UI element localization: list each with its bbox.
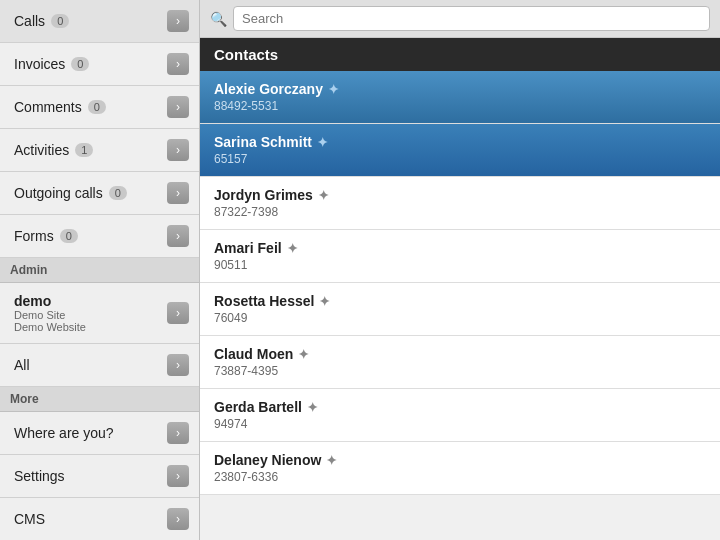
contact-phone: 90511 [214,258,706,272]
hash-icon: ✦ [287,241,298,256]
nav-item-arrow: › [167,465,189,487]
nav-item-badge: 0 [88,100,106,114]
contact-name: Alexie Gorczany ✦ [214,81,706,97]
contact-name: Claud Moen ✦ [214,346,706,362]
contact-phone: 87322-7398 [214,205,706,219]
hash-icon: ✦ [328,82,339,97]
admin-demo-item[interactable]: demo Demo Site Demo Website › [0,283,199,344]
content-area: 🔍 Contacts Alexie Gorczany ✦ 88492-5531 … [200,0,720,540]
nav-item-label: Outgoing calls [14,185,103,201]
more-section-header: More [0,387,199,412]
nav-item-arrow: › [167,139,189,161]
hash-icon: ✦ [307,400,318,415]
nav-item-label: Comments [14,99,82,115]
nav-item-label: Invoices [14,56,65,72]
nav-item-forms[interactable]: Forms 0 › [0,215,199,258]
nav-item-arrow: › [167,10,189,32]
nav-item-label: Calls [14,13,45,29]
contact-name: Delaney Nienow ✦ [214,452,706,468]
contact-item[interactable]: Amari Feil ✦ 90511 [200,230,720,283]
hash-icon: ✦ [317,135,328,150]
nav-item-label: Settings [14,468,65,484]
admin-item-sub1: Demo Site [14,309,86,321]
contact-item[interactable]: Rosetta Hessel ✦ 76049 [200,283,720,336]
contact-name: Amari Feil ✦ [214,240,706,256]
nav-item-badge: 0 [51,14,69,28]
hash-icon: ✦ [318,188,329,203]
contact-item[interactable]: Jordyn Grimes ✦ 87322-7398 [200,177,720,230]
nav-item-label: Activities [14,142,69,158]
nav-item-activities[interactable]: Activities 1 › [0,129,199,172]
search-icon: 🔍 [210,11,227,27]
nav-item-arrow: › [167,225,189,247]
nav-item-label: Forms [14,228,54,244]
contact-phone: 94974 [214,417,706,431]
contact-phone: 23807-6336 [214,470,706,484]
nav-item-label: Where are you? [14,425,114,441]
nav-item-arrow: › [167,422,189,444]
contact-name: Jordyn Grimes ✦ [214,187,706,203]
contact-item[interactable]: Delaney Nienow ✦ 23807-6336 [200,442,720,495]
contact-item[interactable]: Claud Moen ✦ 73887-4395 [200,336,720,389]
nav-item-label: CMS [14,511,45,527]
nav-item-where-are-you?[interactable]: Where are you? › [0,412,199,455]
nav-item-outgoing-calls[interactable]: Outgoing calls 0 › [0,172,199,215]
nav-item-badge: 0 [71,57,89,71]
nav-item-invoices[interactable]: Invoices 0 › [0,43,199,86]
contact-phone: 65157 [214,152,706,166]
contacts-header: Contacts [200,38,720,71]
contact-name: Rosetta Hessel ✦ [214,293,706,309]
all-label: All [14,357,30,373]
nav-item-comments[interactable]: Comments 0 › [0,86,199,129]
nav-item-settings[interactable]: Settings › [0,455,199,498]
contact-phone: 88492-5531 [214,99,706,113]
contact-name: Gerda Bartell ✦ [214,399,706,415]
nav-item-cms[interactable]: CMS › [0,498,199,540]
contact-phone: 73887-4395 [214,364,706,378]
nav-item-arrow: › [167,508,189,530]
nav-item-badge: 0 [109,186,127,200]
sidebar: Calls 0 › Invoices 0 › Comments 0 › Acti… [0,0,200,540]
contact-name: Sarina Schmitt ✦ [214,134,706,150]
contact-item[interactable]: Alexie Gorczany ✦ 88492-5531 [200,71,720,124]
search-bar: 🔍 [200,0,720,38]
nav-item-arrow: › [167,96,189,118]
contact-phone: 76049 [214,311,706,325]
nav-item-badge: 1 [75,143,93,157]
admin-item-title: demo [14,293,86,309]
more-list: Where are you? › Settings › CMS › [0,412,199,540]
admin-section-header: Admin [0,258,199,283]
admin-item-arrow: › [167,302,189,324]
all-arrow: › [167,354,189,376]
nav-item-all[interactable]: All › [0,344,199,387]
hash-icon: ✦ [319,294,330,309]
nav-item-badge: 0 [60,229,78,243]
contacts-list: Alexie Gorczany ✦ 88492-5531 Sarina Schm… [200,71,720,540]
admin-item-sub2: Demo Website [14,321,86,333]
hash-icon: ✦ [326,453,337,468]
contact-item[interactable]: Sarina Schmitt ✦ 65157 [200,124,720,177]
nav-item-arrow: › [167,182,189,204]
hash-icon: ✦ [298,347,309,362]
nav-item-arrow: › [167,53,189,75]
nav-list: Calls 0 › Invoices 0 › Comments 0 › Acti… [0,0,199,258]
search-input[interactable] [233,6,710,31]
contact-item[interactable]: Gerda Bartell ✦ 94974 [200,389,720,442]
nav-item-calls[interactable]: Calls 0 › [0,0,199,43]
